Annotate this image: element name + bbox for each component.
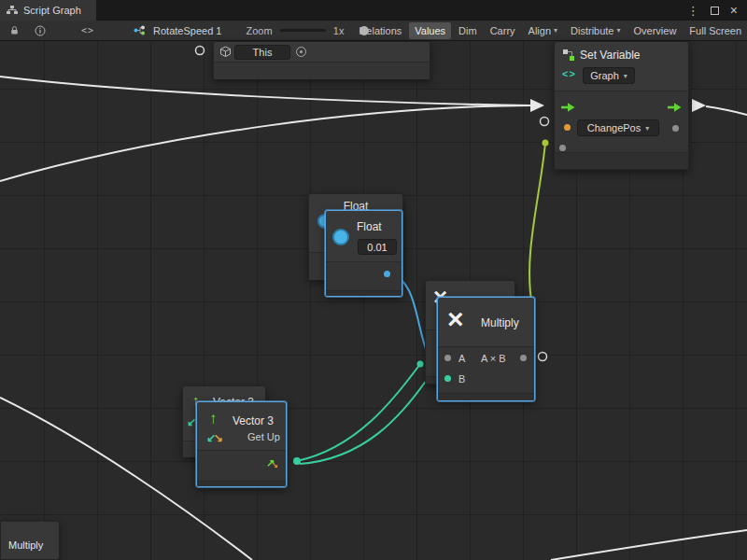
multiply-output-port[interactable] [520, 355, 527, 361]
flow-output-arrow-icon[interactable] [667, 102, 683, 115]
graph-canvas[interactable]: This Set Variable <> Graph ▾ ChangePos [0, 41, 747, 560]
zoom-slider-knob[interactable] [359, 26, 369, 35]
flow-wire-exit-right[interactable] [706, 106, 747, 115]
flow-arrowhead-in [530, 99, 544, 112]
multiply-mini-title: Multiply [8, 539, 43, 551]
multiply-node[interactable]: × Multiply A A × B B [437, 297, 535, 401]
input-b-label: B [458, 373, 465, 385]
multiply-input-a-port[interactable] [444, 355, 451, 361]
float-value-input[interactable]: 0.01 [358, 239, 397, 255]
set-variable-icon [562, 49, 575, 63]
distribute-label: Distribute [571, 25, 613, 36]
value-wire-teal-2[interactable] [300, 377, 429, 464]
align-button[interactable]: Align ▾ [523, 22, 563, 39]
up-arrow-icon: ↑ [209, 410, 218, 428]
dim-button[interactable]: Dim [453, 22, 483, 39]
zoom-value: 1x [333, 25, 345, 36]
values-button[interactable]: Values [409, 22, 451, 39]
vector3-node[interactable]: ↑ Vector 3 ↙ ↘ Get Up ↗ ↘ [196, 401, 287, 487]
zoom-label: Zoom [246, 25, 272, 36]
cube-icon [219, 46, 232, 60]
graph-toolbar: <> RotateSpeed 1 Zoom 1x Relations Value… [0, 21, 747, 41]
tab-label: Script Graph [23, 5, 81, 16]
close-icon[interactable]: × [730, 3, 738, 18]
vector3-body: ↗ ↘ [197, 450, 286, 483]
float-body [326, 261, 402, 292]
flow-wire-bottom-right[interactable] [551, 530, 747, 560]
diagonal-arrow-orange-icon: ↘ [214, 432, 223, 443]
set-variable-body: ChangePos ▾ [555, 91, 688, 154]
flow-input-arrow-icon[interactable] [560, 102, 576, 115]
multiply-icon: × [447, 305, 464, 333]
unconnected-port-ring-multiply[interactable] [539, 353, 547, 361]
distribute-button[interactable]: Distribute ▾ [565, 22, 626, 39]
float-icon [332, 229, 349, 245]
title-bar: Script Graph ⋮ × [0, 0, 747, 21]
graph-breadcrumb[interactable]: RotateSpeed 1 [153, 25, 221, 36]
set-variable-node[interactable]: Set Variable <> Graph ▾ ChangePos ▾ [554, 41, 689, 170]
flow-arrowhead-out [692, 99, 706, 112]
float-title: Float [357, 220, 382, 233]
teal-wire-endpoint-port-1[interactable] [417, 361, 424, 368]
value-wire-lime[interactable] [529, 143, 545, 306]
lock-icon[interactable] [6, 21, 23, 41]
tab-script-graph[interactable]: Script Graph [0, 0, 96, 21]
this-node-body [214, 62, 430, 79]
variable-value-port[interactable] [564, 124, 571, 131]
float-node[interactable]: Float 0.01 [325, 210, 402, 297]
chevron-down-icon: ▾ [624, 72, 627, 80]
float-footer [326, 290, 402, 296]
kebab-menu-icon[interactable]: ⋮ [687, 4, 699, 18]
scope-label: Graph [590, 70, 619, 81]
this-node[interactable]: This [213, 41, 430, 79]
chevron-down-icon: ▾ [554, 26, 557, 35]
zoom-slider[interactable] [280, 29, 326, 32]
graph-reference-icon [130, 21, 149, 41]
vector3-footer [197, 481, 286, 486]
diagonal-arrow-icon: ↙ [187, 416, 196, 427]
input-a-label: A [458, 353, 465, 364]
info-icon[interactable] [31, 21, 49, 41]
lime-wire-endpoint-port[interactable] [543, 140, 549, 147]
carry-button[interactable]: Carry [485, 22, 521, 39]
unconnected-port-ring-this[interactable] [196, 47, 204, 55]
variable-scope-dropdown[interactable]: Graph ▾ [583, 67, 635, 84]
flow-wire-upper-left[interactable] [0, 77, 530, 105]
variable-name-dropdown[interactable]: ChangePos ▾ [577, 119, 659, 136]
float-value: 0.01 [367, 242, 387, 253]
code-preview-icon[interactable]: <> [78, 21, 98, 41]
script-graph-icon [7, 6, 18, 15]
multiply-node-mini[interactable]: Multiply [0, 521, 60, 560]
multiply-footer [438, 393, 534, 400]
output-value-port[interactable] [672, 125, 679, 132]
this-label: This [253, 47, 273, 58]
chevron-down-icon: ▾ [617, 26, 621, 35]
flow-wire-lower-left[interactable] [0, 105, 530, 181]
multiply-title: Multiply [481, 316, 519, 329]
vector3-operation-label: Get Up [247, 431, 280, 442]
variable-name-label: ChangePos [587, 122, 641, 133]
output-label: A × B [481, 353, 506, 364]
target-picker-icon[interactable] [296, 47, 306, 57]
set-variable-title: Set Variable [580, 49, 640, 62]
input-value-port[interactable] [559, 145, 566, 151]
vector3-output-port[interactable] [293, 457, 301, 465]
set-variable-footer [555, 152, 688, 169]
float-output-port[interactable] [384, 271, 390, 277]
vector-output-icon-small: ↘ [272, 462, 278, 469]
align-label: Align [529, 25, 551, 36]
multiply-body: A A × B B [438, 346, 534, 395]
this-target-dropdown[interactable]: This [234, 45, 290, 60]
maximize-icon[interactable] [711, 7, 719, 15]
unconnected-port-ring-setvar[interactable] [541, 118, 549, 126]
chevron-down-icon: ▾ [645, 124, 649, 133]
vector3-title: Vector 3 [233, 414, 274, 427]
fullscreen-button[interactable]: Full Screen [684, 22, 747, 39]
overview-button[interactable]: Overview [628, 22, 683, 39]
multiply-input-b-port[interactable] [444, 375, 451, 382]
code-icon: <> [562, 68, 576, 79]
